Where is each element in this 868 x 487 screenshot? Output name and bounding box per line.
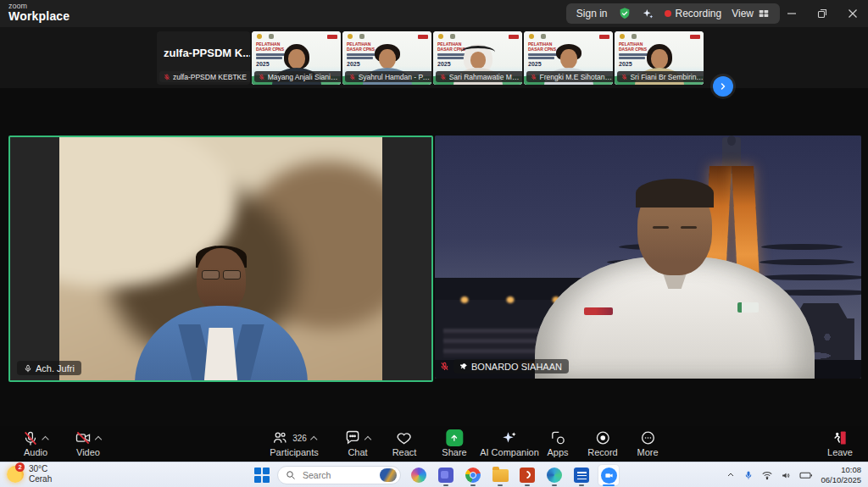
recording-indicator[interactable]: Recording [665,8,722,19]
word-icon[interactable] [571,465,592,485]
uniform-shoulder-patch [737,302,759,313]
mic-muted-icon [259,74,265,80]
ai-companion-sparkle-icon [501,429,518,446]
name-label-row: BONARDO SIAHAAN [440,359,569,374]
participants-count: 326 [292,434,307,443]
name-label: BONARDO SIAHAAN [453,359,569,374]
participants-button[interactable]: 326 Participants [270,429,318,457]
share-screen-button[interactable]: Share [442,429,466,457]
mic-muted-icon [440,74,447,80]
leave-button[interactable]: Leave [827,429,853,457]
mic-muted-icon [621,74,627,80]
participant-tile-zulfa[interactable]: zulfa-PPSDM K... zulfa-PPSDM KEBTKE [157,31,250,85]
camera-off-icon [75,429,92,446]
file-explorer-icon[interactable] [490,465,510,485]
name-label-text: BONARDO SIAHAAN [471,362,562,372]
teams-icon[interactable] [436,465,456,485]
video-options-caret[interactable] [96,435,102,441]
ai-companion-button[interactable]: AI Companion [480,429,539,457]
audio-button[interactable]: Audio [23,429,49,457]
windows-taskbar: 2 30°C Cerah [0,462,868,487]
chrome-icon[interactable] [463,465,483,485]
chat-icon [344,429,361,446]
name-label: zulfa-PPSDM KEBTKE [159,71,250,82]
security-shield-icon[interactable] [618,7,632,20]
participant-tile[interactable]: PELATIHAN DASAR CPNS2025 Sari Rahmawatie… [433,31,522,85]
name-label-text: Mayang Anjali Sianipa... [268,73,341,81]
notification-badge: 2 [15,462,25,472]
edge-icon[interactable] [544,465,565,485]
chevron-right-icon [718,81,728,91]
speaker-silhouette [535,182,815,379]
chat-options-caret[interactable] [365,435,371,441]
participant-tile[interactable]: PELATIHAN DASAR CPNS2025 Sri Fiani Br Se… [615,31,704,85]
view-label: View [732,8,754,19]
audio-options-caret[interactable] [43,435,49,441]
start-button[interactable] [254,468,270,483]
video-button[interactable]: Video [75,429,102,457]
powerpoint-icon[interactable] [517,465,537,485]
weather-condition: Cerah [29,474,52,484]
wifi-icon[interactable] [761,469,773,481]
mic-active-icon [24,364,32,373]
apps-icon [549,429,566,446]
chat-button[interactable]: Chat [344,429,371,457]
taskbar-search[interactable] [277,466,401,484]
view-button[interactable]: View [732,8,770,19]
microphone-in-use-icon[interactable] [743,470,754,480]
copilot-icon[interactable] [409,465,429,485]
participant-tile[interactable]: PELATIHAN DASAR CPNS2025 Mayang Anjali S… [252,31,341,85]
zoom-meeting-window: zoom Workplace Sign in Recording View [0,0,868,487]
react-button[interactable]: React [392,429,417,457]
share-icon [446,429,463,446]
weather-temp: 30°C [29,464,52,474]
name-label-text: Frengki M.E Sihotang_... [539,73,613,81]
restore-button[interactable] [807,0,837,27]
minimize-button[interactable] [776,0,807,27]
taskbar-weather-widget[interactable]: 2 30°C Cerah [7,464,52,484]
participants-icon [271,429,288,446]
hidden-icons-chevron[interactable] [726,470,736,480]
titlebar-controls: Sign in Recording View [566,3,780,24]
close-button[interactable] [837,0,868,27]
speaker-tile-ach-jufri[interactable]: Ach. Jufri [8,136,433,382]
search-input[interactable] [301,469,375,481]
participant-display-name: zulfa-PPSDM K... [164,47,250,59]
apps-button[interactable]: Apps [547,429,568,457]
recording-label: Recording [676,8,722,19]
battery-icon[interactable] [799,470,813,480]
participant-tile[interactable]: PELATIHAN DASAR CPNS2025 Syahrul Hamdan … [342,31,431,85]
volume-icon[interactable] [781,470,792,481]
meeting-toolbar: Audio Video 326 Participants Chat [0,426,868,462]
zoom-workplace-logo: zoom Workplace [8,3,70,22]
mic-muted-icon [349,74,356,80]
sign-in-button[interactable]: Sign in [576,8,608,19]
name-label-text: Syahrul Hamdan - PA ... [359,73,431,81]
ai-companion-sparkle-icon[interactable] [642,8,654,20]
speaker-silhouette [124,248,319,380]
video-filmstrip: zulfa-PPSDM K... zulfa-PPSDM KEBTKE PELA… [0,27,868,88]
name-label-text: zulfa-PPSDM KEBTKE [173,73,247,81]
participants-options-caret[interactable] [311,435,317,441]
more-button[interactable]: More [637,429,658,457]
name-label: Mayang Anjali Sianipa... [254,71,341,82]
mic-muted-icon [164,74,170,80]
taskbar-clock[interactable]: 10:08 06/10/2025 [821,465,861,485]
speaker-tile-bonardo-siahaan[interactable]: BONARDO SIAHAAN [435,136,861,379]
view-grid-icon [758,8,770,19]
record-button[interactable]: Record [587,429,617,457]
record-icon [594,429,611,446]
zoom-app-icon[interactable] [598,465,619,485]
name-label-text: Sari Rahmawatie Mag... [449,73,522,81]
logo-workplace-text: Workplace [8,10,70,22]
window-controls [776,0,868,27]
name-label: Syahrul Hamdan - PA ... [345,71,431,82]
mic-muted-icon [23,430,39,446]
filmstrip-next-page-button[interactable] [713,76,733,97]
participant-tile[interactable]: PELATIHAN DASAR CPNS2025 Frengki M.E Sih… [524,31,613,85]
search-highlight-image[interactable] [380,468,397,482]
name-label: Frengki M.E Sihotang_... [526,71,613,82]
clock-time: 10:08 [821,465,861,475]
name-label: Ach. Jufri [17,361,81,375]
mic-muted-icon [531,74,537,80]
